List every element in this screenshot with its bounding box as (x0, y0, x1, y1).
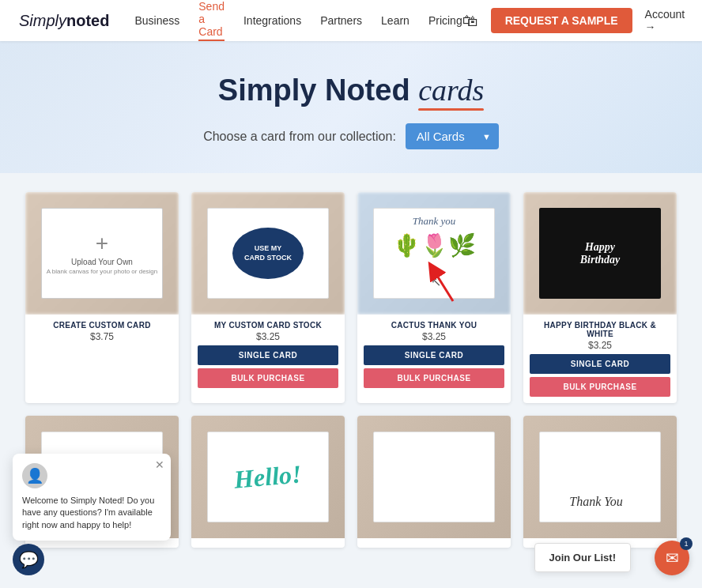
btn-single-cactus[interactable]: SINGLE CARD (364, 345, 504, 365)
nav-learn[interactable]: Learn (381, 14, 410, 27)
plus-icon: + (96, 232, 108, 254)
card-image-create-custom[interactable]: + Upload Your Own A blank canvas for you… (25, 192, 179, 315)
card-info-custom: CREATE CUSTOM CARD $3.75 (25, 315, 179, 345)
svg-line-1 (433, 270, 453, 301)
chat-open-button[interactable]: 💬 (13, 544, 44, 575)
nav-pricing[interactable]: Pricing (428, 14, 462, 27)
thank-you-text: Thank you (413, 215, 456, 228)
account-link[interactable]: Account → (645, 8, 685, 33)
card-image-blank[interactable] (357, 416, 511, 538)
chat-avatar: 👤 (22, 463, 47, 488)
upload-subtext: A blank canvas for your photo or design (47, 268, 158, 275)
card-blank-inner (373, 432, 495, 522)
card-image-hello[interactable]: Hello! (191, 416, 345, 538)
btn-bulk-cactus[interactable]: BULK PURCHASE (364, 368, 504, 388)
cactus-emoji: 🌵🌷🌿 (393, 232, 476, 258)
card-info-hello (191, 538, 345, 548)
card-create-custom: + Upload Your Own A blank canvas for you… (25, 192, 179, 403)
hero-subtitle: Choose a card from our collection: All C… (16, 123, 686, 149)
card-birthday: HappyBirthday HAPPY BIRTHDAY BLACK & WHI… (523, 192, 677, 403)
card-stock: USE MYCARD STOCK MY CUSTOM CARD STOCK $3… (191, 192, 345, 403)
card-thankyou-inner: Thank You (539, 432, 661, 522)
hero-title-cursive: cards (418, 73, 484, 107)
blue-oval: USE MYCARD STOCK (232, 228, 304, 279)
thankyou-script: Thank You (569, 495, 622, 509)
nav-business[interactable]: Business (134, 14, 179, 27)
navigation: Simplynoted Business Send a Card Integra… (0, 0, 702, 41)
request-sample-button[interactable]: REQUEST A SAMPLE (491, 8, 632, 33)
blue-oval-text: USE MYCARD STOCK (244, 244, 292, 262)
hero-title: Simply Noted cards (16, 73, 686, 107)
chat-message: Welcome to Simply Noted! Do you have any… (22, 495, 161, 531)
card-image-thankyou[interactable]: Thank You (523, 416, 677, 538)
chat-widget: ✕ 👤 Welcome to Simply Noted! Do you have… (13, 454, 171, 541)
red-arrow-icon (421, 258, 461, 308)
btn-single-stock[interactable]: SINGLE CARD (198, 345, 338, 365)
card-buttons-cactus: SINGLE CARD BULK PURCHASE (357, 345, 511, 394)
card-name-stock: MY CUSTOM CARD STOCK (198, 321, 338, 330)
card-name-birthday: HAPPY BIRTHDAY BLACK & WHITE (530, 321, 670, 338)
card-stock-inner: USE MYCARD STOCK (207, 208, 329, 299)
birthday-text: HappyBirthday (580, 241, 621, 266)
nav-partners[interactable]: Partners (320, 14, 362, 27)
nav-right: 🛍 REQUEST A SAMPLE Account → (462, 8, 685, 33)
nav-send-card[interactable]: Send a Card (198, 0, 225, 41)
hello-text: Hello! (233, 459, 303, 494)
card-hello-inner: Hello! (207, 432, 329, 522)
hero-title-bold: Simply Noted (218, 74, 410, 107)
logo[interactable]: Simplynoted (19, 12, 109, 30)
upload-text: Upload Your Own (71, 258, 133, 266)
card-image-birthday[interactable]: HappyBirthday (523, 192, 677, 315)
filter-label-text: Choose a card from our collection: (203, 130, 396, 144)
card-custom-inner: + Upload Your Own A blank canvas for you… (41, 208, 163, 299)
card-price-stock: $3.25 (198, 331, 338, 342)
card-cactus: Thank you 🌵🌷🌿 ↖ CACTUS THANK YOU $ (357, 192, 511, 403)
join-list-button[interactable]: Join Our List! (534, 543, 632, 572)
btn-bulk-stock[interactable]: BULK PURCHASE (198, 368, 338, 388)
nav-integrations[interactable]: Integrations (243, 14, 301, 27)
card-buttons-birthday: SINGLE CARD BULK PURCHASE (523, 354, 677, 403)
card-birthday-inner: HappyBirthday (539, 208, 661, 299)
card-image-cactus[interactable]: Thank you 🌵🌷🌿 ↖ (357, 192, 511, 315)
email-badge: 1 (680, 537, 693, 550)
card-name-custom: CREATE CUSTOM CARD (32, 321, 172, 330)
hero-section: Simply Noted cards Choose a card from ou… (0, 41, 702, 173)
card-info-birthday: HAPPY BIRTHDAY BLACK & WHITE $3.25 (523, 315, 677, 354)
card-image-stock[interactable]: USE MYCARD STOCK (191, 192, 345, 315)
card-thankyou: Thank You (523, 416, 677, 548)
card-filter-select[interactable]: All Cards Thank You Birthday Holiday Bla… (406, 123, 499, 149)
card-price-birthday: $3.25 (530, 340, 670, 351)
card-price-custom: $3.75 (32, 331, 172, 342)
cart-icon[interactable]: 🛍 (462, 12, 478, 30)
btn-single-birthday[interactable]: SINGLE CARD (530, 354, 670, 374)
nav-links: Business Send a Card Integrations Partne… (134, 0, 462, 41)
card-info-stock: MY CUSTOM CARD STOCK $3.25 (191, 315, 345, 345)
card-info-cactus: CACTUS THANK YOU $3.25 (357, 315, 511, 345)
email-subscribe-button[interactable]: ✉ 1 (655, 541, 689, 575)
card-buttons-stock: SINGLE CARD BULK PURCHASE (191, 345, 345, 394)
card-blank (357, 416, 511, 548)
card-price-cactus: $3.25 (364, 331, 504, 342)
card-filter-wrapper[interactable]: All Cards Thank You Birthday Holiday Bla… (406, 123, 499, 149)
card-info-blank (357, 538, 511, 548)
card-hello: Hello! (191, 416, 345, 548)
btn-bulk-birthday[interactable]: BULK PURCHASE (530, 377, 670, 397)
chat-close-button[interactable]: ✕ (155, 458, 164, 471)
card-name-cactus: CACTUS THANK YOU (364, 321, 504, 330)
